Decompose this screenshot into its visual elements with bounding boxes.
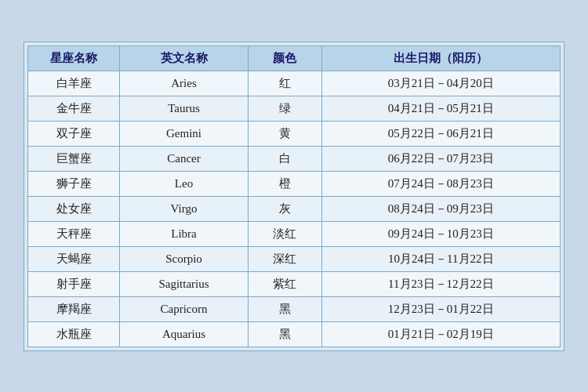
cell-color: 黄 — [248, 121, 321, 146]
cell-en: Leo — [120, 171, 249, 196]
cell-color: 黑 — [248, 296, 321, 321]
cell-cn: 天蝎座 — [28, 246, 120, 271]
table-header-row: 星座名称 英文名称 颜色 出生日期（阳历） — [28, 45, 561, 71]
cell-cn: 摩羯座 — [28, 296, 120, 321]
table-row: 狮子座Leo橙07月24日－08月23日 — [28, 171, 561, 196]
header-color: 颜色 — [248, 45, 321, 71]
cell-en: Cancer — [120, 146, 249, 171]
cell-color: 深红 — [248, 246, 321, 271]
cell-date: 09月24日－10月23日 — [321, 221, 560, 246]
cell-cn: 天秤座 — [28, 221, 120, 246]
cell-en: Virgo — [120, 196, 249, 221]
table-row: 摩羯座Capricorn黑12月23日－01月22日 — [28, 296, 561, 321]
cell-cn: 金牛座 — [28, 96, 120, 121]
table-row: 天秤座Libra淡红09月24日－10月23日 — [28, 221, 561, 246]
table-row: 射手座Sagittarius紫红11月23日－12月22日 — [28, 271, 561, 296]
cell-date: 05月22日－06月21日 — [321, 121, 560, 146]
zodiac-table: 星座名称 英文名称 颜色 出生日期（阳历） 白羊座Aries红03月21日－04… — [27, 45, 561, 347]
cell-date: 11月23日－12月22日 — [321, 271, 560, 296]
header-date: 出生日期（阳历） — [321, 45, 560, 71]
cell-color: 灰 — [248, 196, 321, 221]
cell-date: 01月21日－02月19日 — [321, 321, 560, 347]
table-row: 天蝎座Scorpio深红10月24日－11月22日 — [28, 246, 561, 271]
cell-cn: 巨蟹座 — [28, 146, 120, 171]
cell-color: 橙 — [248, 171, 321, 196]
cell-cn: 处女座 — [28, 196, 120, 221]
cell-date: 10月24日－11月22日 — [321, 246, 560, 271]
cell-en: Sagittarius — [120, 271, 249, 296]
table-row: 双子座Gemini黄05月22日－06月21日 — [28, 121, 561, 146]
cell-color: 绿 — [248, 96, 321, 121]
zodiac-table-container: 星座名称 英文名称 颜色 出生日期（阳历） 白羊座Aries红03月21日－04… — [24, 42, 564, 351]
cell-en: Aries — [120, 71, 249, 96]
cell-color: 淡红 — [248, 221, 321, 246]
cell-color: 紫红 — [248, 271, 321, 296]
cell-en: Libra — [120, 221, 249, 246]
table-row: 水瓶座Aquarius黑01月21日－02月19日 — [28, 321, 561, 347]
cell-en: Aquarius — [120, 321, 249, 347]
cell-cn: 射手座 — [28, 271, 120, 296]
cell-color: 黑 — [248, 321, 321, 347]
cell-cn: 狮子座 — [28, 171, 120, 196]
cell-cn: 双子座 — [28, 121, 120, 146]
cell-en: Scorpio — [120, 246, 249, 271]
cell-cn: 水瓶座 — [28, 321, 120, 347]
table-row: 白羊座Aries红03月21日－04月20日 — [28, 71, 561, 96]
cell-date: 03月21日－04月20日 — [321, 71, 560, 96]
cell-date: 12月23日－01月22日 — [321, 296, 560, 321]
header-en: 英文名称 — [120, 45, 249, 71]
cell-date: 04月21日－05月21日 — [321, 96, 560, 121]
cell-color: 白 — [248, 146, 321, 171]
cell-color: 红 — [248, 71, 321, 96]
cell-en: Gemini — [120, 121, 249, 146]
table-row: 处女座Virgo灰08月24日－09月23日 — [28, 196, 561, 221]
cell-en: Taurus — [120, 96, 249, 121]
header-cn: 星座名称 — [28, 45, 120, 71]
cell-cn: 白羊座 — [28, 71, 120, 96]
table-row: 巨蟹座Cancer白06月22日－07月23日 — [28, 146, 561, 171]
cell-date: 07月24日－08月23日 — [321, 171, 560, 196]
cell-date: 08月24日－09月23日 — [321, 196, 560, 221]
cell-date: 06月22日－07月23日 — [321, 146, 560, 171]
table-row: 金牛座Taurus绿04月21日－05月21日 — [28, 96, 561, 121]
cell-en: Capricorn — [120, 296, 249, 321]
